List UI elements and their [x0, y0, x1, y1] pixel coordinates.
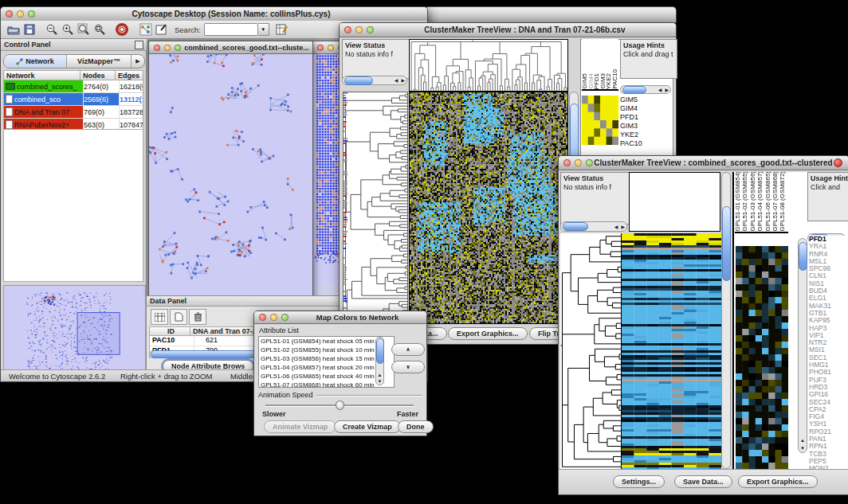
gene-label[interactable]: GIM4 — [620, 104, 671, 113]
close-button[interactable] — [563, 159, 571, 166]
array-label[interactable]: GPL51-08 (GSM872) — [779, 172, 787, 232]
scroll-up-arrow[interactable]: ▲ — [800, 436, 805, 444]
zoom-button[interactable] — [28, 10, 35, 18]
gene-label[interactable]: PAC10 — [620, 139, 671, 148]
attribute-item[interactable]: GPL51-07 (GSM868) heat shock 60 min — [259, 381, 385, 388]
scroll-down-arrow[interactable]: ▼ — [378, 378, 383, 385]
tv2-heatmap[interactable] — [621, 233, 721, 469]
tv2-gene-list-scrollbar[interactable]: ▲ ▼ — [798, 238, 807, 453]
delete-attribute-trash-icon[interactable] — [189, 309, 206, 325]
move-up-button[interactable]: ∧ — [391, 343, 425, 356]
zoom-selected-icon[interactable] — [92, 22, 108, 37]
network-overview-panel[interactable] — [3, 285, 146, 376]
zoom-button[interactable] — [281, 314, 289, 321]
gene-label[interactable]: GIM3 — [620, 122, 671, 131]
col-network[interactable]: Network — [3, 70, 80, 80]
dialog-titlebar[interactable]: Map Colors to Network — [254, 311, 426, 324]
minimize-button[interactable] — [575, 159, 582, 166]
search-input[interactable] — [204, 23, 258, 36]
network-view-canvas[interactable] — [149, 41, 311, 285]
tab-vizmapper[interactable]: VizMapper™ — [67, 55, 132, 68]
close-button[interactable] — [317, 45, 324, 51]
tv2-row-dendrogram[interactable] — [560, 233, 621, 469]
array-label[interactable]: GPL51-04 (GSM857) — [757, 172, 764, 232]
minimize-button[interactable] — [355, 26, 363, 33]
tv1-zoom-hscrollbar[interactable]: ◀▶ — [620, 85, 671, 94]
tab-overflow-arrow[interactable]: ▶ — [132, 55, 144, 68]
col-edges[interactable]: Edges — [116, 70, 143, 80]
close-button[interactable] — [259, 314, 266, 321]
tv2-settings-button[interactable]: Settings... — [613, 475, 665, 488]
close-button[interactable] — [344, 26, 351, 33]
zoom-button[interactable] — [175, 45, 181, 51]
tv1-column-dendrogram[interactable] — [409, 39, 568, 92]
scroll-left-arrow[interactable]: ◀ — [393, 78, 400, 83]
animate-vizmap-button[interactable]: Animate Vizmap — [264, 420, 336, 433]
speed-slider[interactable] — [265, 400, 414, 410]
tv1-status-scrollbar[interactable]: ◀▶ — [342, 76, 407, 85]
network-graph-icon[interactable] — [138, 22, 154, 37]
id-column-header[interactable]: ID — [149, 326, 190, 336]
float-panel-icon[interactable] — [135, 41, 143, 49]
gene-label[interactable]: GIM5 — [620, 96, 671, 104]
attribute-item[interactable]: GPL51-04 (GSM857) heat shock 20 min — [259, 363, 385, 372]
main-titlebar[interactable]: Cytoscape Desktop (Session Name: collins… — [1, 7, 427, 21]
treeview2-titlebar[interactable]: ClusterMaker TreeView : combined_scores_… — [559, 156, 848, 170]
tv1-zoom-heatmap[interactable] — [582, 96, 618, 145]
tv1-row-dendrogram[interactable] — [343, 92, 408, 324]
window-controls[interactable] — [6, 10, 35, 18]
attribute-item[interactable]: GPL51-02 (GSM855) heat shock 10 min — [259, 346, 385, 354]
open-file-icon[interactable] — [6, 22, 22, 37]
tv2-zoom-heatmap[interactable] — [736, 246, 788, 469]
scroll-down-arrow[interactable]: ▼ — [800, 444, 805, 452]
help-lifesaver-icon[interactable] — [114, 22, 130, 37]
attribute-listbox[interactable]: GPL51-01 (GSM854) heat shock 05 minGPL51… — [258, 336, 395, 388]
zoom-button[interactable] — [367, 26, 374, 33]
done-button[interactable]: Done — [398, 420, 434, 433]
scroll-up-arrow[interactable]: ▲ — [378, 372, 383, 378]
array-label[interactable]: GPL51-02 (GSM855) — [742, 172, 749, 232]
gene-label[interactable]: PFD1 — [620, 113, 671, 122]
slider-thumb[interactable] — [336, 400, 344, 410]
tv2-export-graphics-button[interactable]: Export Graphics... — [738, 475, 818, 488]
scroll-left-arrow[interactable]: ◀ — [613, 225, 620, 229]
minimize-button[interactable] — [270, 314, 277, 321]
attribute-item[interactable]: GPL51-03 (GSM856) heat shock 15 min — [259, 354, 385, 363]
search-dropdown-button[interactable]: ▼ — [258, 23, 269, 36]
move-down-button[interactable]: ∨ — [391, 361, 425, 373]
annotation-icon[interactable] — [154, 22, 170, 37]
network-row[interactable]: DNA and Tran 07 769(0) 183728(0) — [4, 106, 143, 119]
attribute-table-icon[interactable] — [151, 309, 168, 325]
tv2-save-data-button[interactable]: Save Data... — [674, 475, 732, 488]
zoom-in-icon[interactable] — [60, 22, 76, 37]
tv2-column-tree-area[interactable] — [629, 172, 720, 232]
record-red-icon[interactable] — [834, 158, 842, 167]
tv1-heatmap[interactable] — [409, 92, 568, 324]
zoom-button[interactable] — [586, 159, 593, 166]
minimize-button[interactable] — [328, 45, 334, 51]
tab-network[interactable]: Network — [4, 55, 67, 68]
treeview1-titlebar[interactable]: ClusterMaker TreeView : DNA and Tran 07-… — [340, 23, 676, 37]
close-button[interactable] — [6, 10, 13, 18]
network-row[interactable]: combined_sco 2569(6) 13112(15) — [4, 93, 143, 106]
scroll-right-arrow[interactable]: ▶ — [663, 88, 670, 92]
scroll-right-arrow[interactable]: ▶ — [399, 78, 406, 83]
new-attribute-icon[interactable] — [170, 309, 187, 325]
tv1-export-graphics-button[interactable]: Export Graphics... — [448, 327, 528, 340]
scroll-right-arrow[interactable]: ▶ — [619, 225, 626, 229]
create-vizmap-button[interactable]: Create Vizmap — [334, 420, 401, 433]
minimize-button[interactable] — [164, 45, 171, 51]
scroll-left-arrow[interactable]: ◀ — [657, 88, 664, 92]
tv2-status-scrollbar[interactable]: ◀▶ — [560, 221, 627, 232]
zoom-out-icon[interactable] — [44, 22, 60, 37]
array-label[interactable]: PAC10 — [612, 69, 618, 89]
network-row[interactable]: combined_scores_ 2764(0) 16218(0) — [4, 80, 143, 93]
attribute-item[interactable]: GPL51-06 (GSM865) heat shock 40 min — [259, 372, 385, 381]
network-view-titlebar[interactable]: combined_scores_good.txt--cluste... — [149, 41, 312, 54]
zoom-fit-icon[interactable] — [76, 22, 92, 37]
attribute-item[interactable]: GPL51-01 (GSM854) heat shock 05 min — [259, 337, 385, 346]
minimize-button[interactable] — [17, 10, 24, 18]
col-nodes[interactable]: Nodes — [80, 70, 116, 80]
save-icon[interactable] — [22, 22, 37, 37]
gene-label[interactable]: YKE2 — [620, 131, 671, 139]
